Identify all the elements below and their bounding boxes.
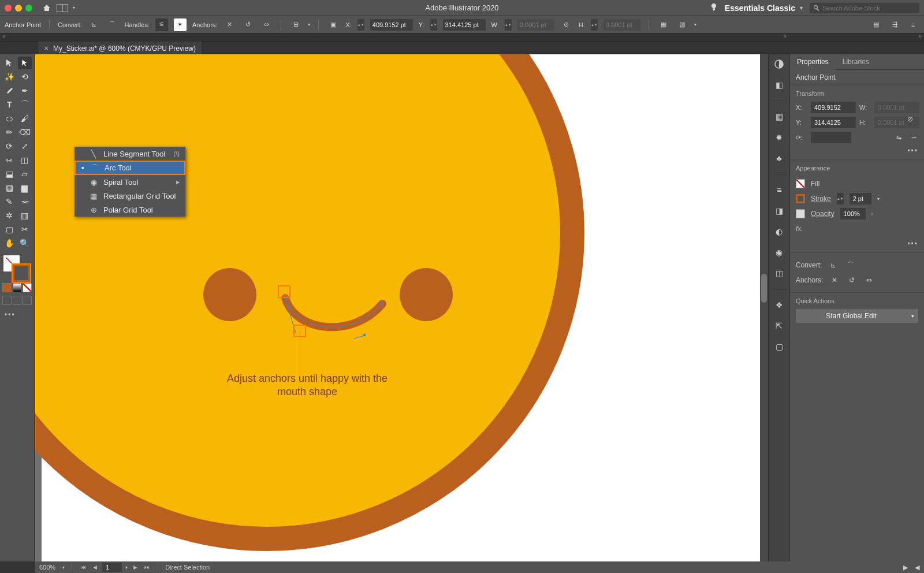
opacity-more-icon[interactable]: › [871, 211, 873, 217]
layers-panel-icon[interactable]: ❖ [773, 299, 785, 311]
curvature-tool-icon[interactable]: ✒ [18, 84, 32, 97]
opacity-swatch-prop[interactable] [796, 209, 805, 218]
tab-properties[interactable]: Properties [790, 54, 836, 70]
x-stepper[interactable]: ▲▼ [357, 19, 364, 31]
gradient-button[interactable] [13, 283, 22, 292]
none-color-button[interactable] [23, 283, 32, 292]
tf-angle-value[interactable] [811, 132, 851, 143]
convert-to-corner-icon[interactable]: ⊾ [88, 18, 100, 31]
color-panel-icon[interactable] [773, 58, 785, 70]
fx-label[interactable]: fx. [796, 225, 803, 233]
column-graph-tool-icon[interactable]: ▥ [18, 209, 32, 222]
graphic-styles-panel-icon[interactable]: ◫ [773, 267, 785, 280]
minimize-window-button[interactable] [15, 5, 22, 12]
w-stepper[interactable]: ▲▼ [505, 19, 512, 31]
gradient-panel-icon[interactable]: ◨ [773, 204, 785, 217]
artboards-panel-icon[interactable]: ▢ [773, 340, 785, 353]
flyout-rect-grid[interactable]: ▦ Rectangular Grid Tool [74, 189, 185, 203]
connect-anchor-icon[interactable]: ↺ [241, 18, 254, 31]
color-button[interactable] [2, 283, 12, 292]
free-transform-tool-icon[interactable]: ◫ [18, 154, 32, 166]
pen-tool-icon[interactable] [2, 84, 17, 97]
hscroll-left-icon[interactable]: ▶ [903, 564, 908, 571]
align-to-icon[interactable]: ⊞ [289, 18, 302, 31]
rotate-tool-icon[interactable]: ⟳ [2, 140, 17, 152]
draw-behind-icon[interactable] [13, 296, 22, 305]
convert-to-smooth-icon[interactable]: ⌒ [106, 18, 119, 31]
hscroll-right-icon[interactable]: ◀ [915, 564, 919, 571]
shaper-tool-icon[interactable]: ✏ [2, 126, 17, 139]
transform-more-button[interactable]: ••• [796, 147, 918, 155]
search-stock-input[interactable] [810, 3, 919, 13]
workspace-switcher[interactable]: Essentials Classic ▾ [725, 3, 803, 13]
eyedropper-tool-icon[interactable]: ✎ [2, 195, 17, 208]
mesh-tool-icon[interactable]: ▦ [2, 181, 17, 194]
panel-convert-corner-icon[interactable]: ⊾ [828, 259, 839, 271]
scrollbar-thumb[interactable] [761, 274, 767, 303]
panel-remove-anchor-icon[interactable]: ✕ [829, 274, 840, 286]
color-guide-panel-icon[interactable]: ◧ [773, 79, 785, 91]
prev-artboard-icon[interactable]: ◀ [91, 563, 99, 571]
search-field[interactable] [822, 5, 916, 12]
maximize-window-button[interactable] [25, 5, 32, 12]
zoom-tool-icon[interactable]: 🔍 [18, 237, 32, 250]
fill-swatch-prop[interactable] [796, 179, 805, 188]
discover-icon[interactable] [710, 3, 718, 13]
panel-connect-anchor-icon[interactable]: ↺ [846, 274, 858, 286]
first-artboard-icon[interactable]: ⏮ [79, 563, 87, 571]
right-eye-shape[interactable] [400, 268, 453, 321]
reference-point-icon[interactable]: ▣ [327, 18, 340, 31]
zoom-level[interactable]: 600% [39, 564, 55, 571]
gradient-tool-icon[interactable]: ▆ [18, 181, 32, 194]
isolate-icon[interactable]: ▦ [657, 18, 670, 31]
draw-inside-icon[interactable] [23, 296, 32, 305]
y-value[interactable]: 314.4125 pt [443, 19, 486, 31]
stroke-stepper[interactable]: ▲▼ [837, 193, 844, 204]
vertical-scrollbar[interactable] [760, 54, 768, 561]
hand-tool-icon[interactable]: ✋ [2, 237, 17, 250]
stroke-swatch-prop[interactable] [796, 194, 805, 203]
y-stepper[interactable]: ▲▼ [430, 19, 437, 31]
close-window-button[interactable] [5, 5, 12, 12]
document-tab[interactable]: ✕ My_Sticker.ai* @ 600% (CMYK/GPU Previe… [38, 42, 202, 54]
tab-libraries[interactable]: Libraries [836, 54, 876, 69]
stroke-panel-icon[interactable]: ≡ [773, 184, 785, 196]
magic-wand-tool-icon[interactable]: ✨ [2, 70, 17, 83]
handles-free-icon[interactable]: ✶ [174, 18, 187, 31]
edit-mask-icon[interactable]: ▧ [676, 18, 688, 31]
link-dimensions-icon[interactable]: ⊘ [560, 18, 573, 31]
flyout-spiral[interactable]: ◉ Spiral Tool ▶ [74, 175, 185, 189]
zoom-dropdown-icon[interactable]: ▾ [62, 565, 65, 570]
lasso-tool-icon[interactable]: ⟲ [18, 70, 32, 83]
stroke-swatch[interactable] [13, 265, 30, 282]
close-tab-icon[interactable]: ✕ [44, 45, 49, 51]
fill-stroke-swatch[interactable] [2, 254, 32, 280]
line-segment-tool-icon[interactable]: ⌒ [18, 98, 32, 111]
paintbrush-tool-icon[interactable]: 🖌 [18, 112, 32, 125]
selection-tool-icon[interactable] [2, 57, 17, 69]
artboard-tool-icon[interactable]: ▢ [2, 223, 17, 236]
perspective-tool-icon[interactable]: ▱ [18, 168, 32, 180]
scale-tool-icon[interactable]: ⤢ [18, 140, 32, 152]
stroke-profile-dropdown[interactable]: ▾ [877, 196, 880, 202]
tf-x-value[interactable]: 409.9152 [811, 102, 856, 113]
link-wh-icon[interactable]: ⊘ [904, 113, 916, 125]
flyout-arc[interactable]: ▪ ⌒ Arc Tool [74, 161, 185, 175]
direct-selection-tool-icon[interactable] [18, 57, 32, 69]
swatches-panel-icon[interactable]: ▦ [773, 110, 785, 123]
last-artboard-icon[interactable]: ⏭ [143, 563, 151, 571]
handles-constrain-icon[interactable]: ⚟ [155, 18, 168, 31]
flyout-polar-grid[interactable]: ⊕ Polar Grid Tool [74, 203, 185, 217]
brushes-panel-icon[interactable]: ✸ [773, 131, 785, 144]
type-tool-icon[interactable]: T [2, 98, 17, 111]
align-panel-icon[interactable]: ▤ [870, 18, 882, 31]
next-artboard-icon[interactable]: ▶ [131, 563, 139, 571]
transform-panel-icon[interactable]: ⇶ [888, 18, 901, 31]
canvas[interactable]: Adjust anchors until happy with the mout… [35, 54, 768, 561]
stroke-weight-value[interactable]: 2 pt [850, 193, 871, 204]
appearance-more-button[interactable]: ••• [796, 240, 918, 248]
slice-tool-icon[interactable]: ✂ [18, 223, 32, 236]
flyout-line-segment[interactable]: ╲ Line Segment Tool (\) [74, 147, 185, 161]
shape-builder-tool-icon[interactable]: ⬓ [2, 168, 17, 180]
eraser-tool-icon[interactable]: ⌫ [18, 126, 32, 139]
